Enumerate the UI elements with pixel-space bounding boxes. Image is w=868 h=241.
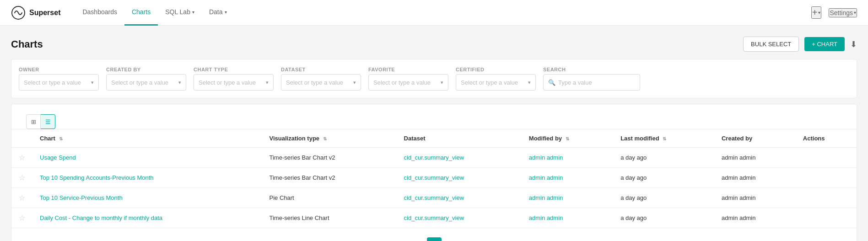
dataset-link[interactable]: cid_cur.summary_view: [404, 194, 464, 201]
star-button[interactable]: ☆: [19, 153, 25, 162]
filter-favorite: FAVORITE Select or type a value ▾: [368, 67, 448, 91]
modified-by-link[interactable]: admin admin: [529, 174, 563, 181]
header-actions: BULK SELECT + CHART ⬇: [743, 37, 857, 52]
nav-data[interactable]: Data ▾: [202, 0, 234, 26]
col-last-modified[interactable]: Last modified ⇅: [613, 129, 714, 148]
table-container: ⊞ ☰ Chart ⇅ Visualization type ⇅: [11, 104, 857, 241]
filter-created-by-label: CREATED BY: [106, 67, 186, 72]
modified-by-link[interactable]: admin admin: [529, 154, 563, 161]
brand-name: Superset: [29, 9, 60, 17]
table-row: ☆ Top 10 Service-Previous Month Pie Char…: [11, 188, 857, 208]
download-button[interactable]: ⬇: [850, 39, 857, 49]
nav-links: Dashboards Charts SQL Lab ▾ Data ▾: [75, 0, 234, 26]
bulk-select-button[interactable]: BULK SELECT: [743, 37, 799, 52]
download-icon: ⬇: [850, 40, 857, 49]
list-icon: ☰: [45, 118, 51, 125]
col-chart[interactable]: Chart ⇅: [32, 129, 262, 148]
chart-sort-icon: ⇅: [59, 136, 63, 141]
charts-table: Chart ⇅ Visualization type ⇅ Dataset Mod…: [11, 129, 857, 228]
star-button[interactable]: ☆: [19, 173, 25, 182]
navbar: Superset Dashboards Charts SQL Lab ▾ Dat…: [0, 0, 868, 26]
nav-charts[interactable]: Charts: [124, 0, 158, 26]
search-input[interactable]: [558, 79, 635, 86]
nav-dashboards[interactable]: Dashboards: [75, 0, 124, 26]
dataset-link[interactable]: cid_cur.summary_view: [404, 174, 464, 181]
chart-type-chevron-icon: ▾: [266, 80, 269, 86]
filter-favorite-label: FAVORITE: [368, 67, 448, 72]
filter-search: SEARCH 🔍: [543, 67, 640, 91]
add-chart-button[interactable]: + CHART: [804, 37, 845, 51]
table-body: ☆ Usage Spend Time-series Bar Chart v2 c…: [11, 148, 857, 228]
modified-by-sort-icon: ⇅: [566, 136, 569, 141]
page-1-button[interactable]: 1: [427, 237, 442, 241]
col-star: [11, 129, 32, 148]
table-row: ☆ Usage Spend Time-series Bar Chart v2 c…: [11, 148, 857, 168]
chart-name-link[interactable]: Top 10 Spending Accounts-Previous Month: [40, 174, 154, 181]
viz-sort-icon: ⇅: [323, 136, 327, 141]
list-view-button[interactable]: ☰: [41, 114, 55, 129]
chart-name-link[interactable]: Top 10 Service-Previous Month: [40, 194, 123, 201]
next-page-button[interactable]: »: [443, 238, 456, 241]
page-title: Charts: [11, 38, 43, 50]
data-chevron-icon: ▾: [225, 10, 227, 15]
search-icon: 🔍: [548, 79, 555, 86]
grid-view-button[interactable]: ⊞: [26, 114, 41, 129]
nav-sqllab[interactable]: SQL Lab ▾: [158, 0, 202, 26]
grid-icon: ⊞: [31, 118, 36, 125]
settings-button[interactable]: Settings ▾: [829, 8, 857, 17]
last-modified: a day ago: [620, 214, 647, 221]
viz-type: Time-series Line Chart: [269, 214, 329, 221]
filter-created-by-select[interactable]: Select or type a value ▾: [106, 74, 186, 91]
plus-chevron-icon: ▾: [818, 10, 820, 15]
page-content: Charts BULK SELECT + CHART ⬇ OWNER Selec…: [0, 26, 868, 241]
sqllab-chevron-icon: ▾: [192, 10, 194, 15]
filter-dataset-select[interactable]: Select or type a value ▾: [281, 74, 361, 91]
viz-type: Time-series Bar Chart v2: [269, 174, 335, 181]
filter-search-box[interactable]: 🔍: [543, 74, 640, 91]
filter-dataset-label: DATASET: [281, 67, 361, 72]
created-by: admin admin: [722, 214, 755, 221]
chart-name-link[interactable]: Daily Cost - Change to monthly if monthl…: [40, 214, 162, 221]
pagination-controls: « 1 »: [412, 237, 456, 241]
last-modified: a day ago: [620, 194, 647, 201]
filter-search-label: SEARCH: [543, 67, 640, 72]
created-by: admin admin: [722, 194, 755, 201]
filter-certified-label: CERTIFIED: [456, 67, 536, 72]
brand[interactable]: Superset: [11, 5, 60, 20]
superset-logo-icon: [11, 5, 26, 20]
filter-owner: OWNER Select or type a value ▾: [19, 67, 99, 91]
star-button[interactable]: ☆: [19, 214, 25, 222]
plus-button[interactable]: + ▾: [811, 6, 822, 19]
col-modified-by[interactable]: Modified by ⇅: [522, 129, 613, 148]
prev-page-button[interactable]: «: [412, 238, 425, 241]
created-by: admin admin: [722, 174, 755, 181]
chart-name-link[interactable]: Usage Spend: [40, 154, 76, 161]
modified-by-link[interactable]: admin admin: [529, 214, 563, 221]
owner-chevron-icon: ▾: [91, 80, 94, 86]
page-header: Charts BULK SELECT + CHART ⬇: [11, 37, 857, 52]
col-actions: Actions: [796, 129, 857, 148]
dataset-link[interactable]: cid_cur.summary_view: [404, 154, 464, 161]
col-viz-type[interactable]: Visualization type ⇅: [262, 129, 396, 148]
filter-chart-type-label: CHART TYPE: [194, 67, 274, 72]
dataset-link[interactable]: cid_cur.summary_view: [404, 214, 464, 221]
last-modified: a day ago: [620, 154, 647, 161]
filter-chart-type-select[interactable]: Select or type a value ▾: [194, 74, 274, 91]
modified-by-link[interactable]: admin admin: [529, 194, 563, 201]
filter-certified-select[interactable]: Select or type a value ▾: [456, 74, 536, 91]
table-header-row: Chart ⇅ Visualization type ⇅ Dataset Mod…: [11, 129, 857, 148]
viz-type: Pie Chart: [269, 194, 294, 201]
filter-dataset: DATASET Select or type a value ▾: [281, 67, 361, 91]
created-by: admin admin: [722, 154, 755, 161]
table-row: ☆ Top 10 Spending Accounts-Previous Mont…: [11, 168, 857, 188]
filter-owner-select[interactable]: Select or type a value ▾: [19, 74, 99, 91]
table-row: ☆ Daily Cost - Change to monthly if mont…: [11, 208, 857, 228]
filters-row: OWNER Select or type a value ▾ CREATED B…: [19, 67, 849, 91]
star-button[interactable]: ☆: [19, 193, 25, 202]
favorite-chevron-icon: ▾: [441, 80, 443, 86]
settings-chevron-icon: ▾: [854, 10, 856, 15]
filter-certified: CERTIFIED Select or type a value ▾: [456, 67, 536, 91]
filter-favorite-select[interactable]: Select or type a value ▾: [368, 74, 448, 91]
col-dataset: Dataset: [397, 129, 522, 148]
col-created-by: Created by: [714, 129, 796, 148]
